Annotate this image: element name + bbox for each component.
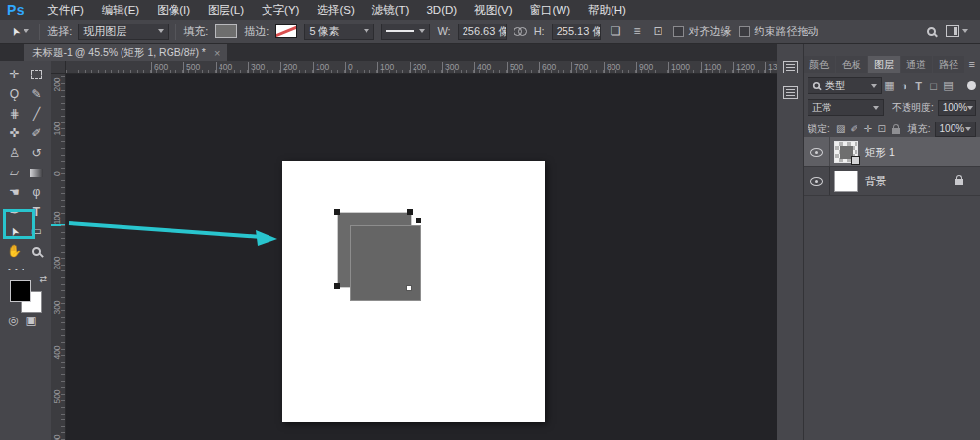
select-mode-dropdown[interactable]: 现用图层 — [78, 24, 169, 40]
lock-transparency-icon[interactable]: ▨ — [834, 123, 848, 134]
foreground-color-swatch[interactable] — [10, 280, 31, 302]
brush-tool[interactable]: ✐ — [25, 123, 48, 143]
gradient-tool[interactable] — [25, 163, 48, 182]
path-arrangement-icon[interactable]: ⊡ — [650, 24, 665, 38]
lock-position-icon[interactable]: ✛ — [861, 123, 875, 134]
tool-highlight-annotation — [3, 209, 35, 239]
vertical-ruler[interactable]: 200 100 0 100 200 300 400 500 600 — [51, 74, 66, 440]
filter-adjustment-layers-icon[interactable]: ◑ — [897, 80, 911, 92]
menu-select[interactable]: 选择(S) — [308, 0, 363, 20]
fill-opacity-input[interactable]: 100% — [935, 122, 976, 137]
layer-thumbnail[interactable] — [834, 141, 858, 163]
quick-mask-button[interactable]: ◎ — [8, 314, 18, 327]
menu-view[interactable]: 视图(V) — [466, 0, 520, 20]
ruler-origin-corner[interactable] — [51, 61, 66, 74]
eyedropper-tool[interactable]: ╱ — [25, 104, 48, 123]
properties-panel-icon[interactable] — [783, 86, 798, 99]
layer-name[interactable]: 矩形 1 — [865, 137, 895, 167]
dodge-tool[interactable]: φ — [25, 182, 48, 202]
filter-pixel-layers-icon[interactable]: ▦ — [882, 79, 897, 92]
panel-menu-icon[interactable]: ≡ — [969, 56, 975, 73]
path-operations-icon[interactable]: ❏ — [608, 24, 624, 38]
menu-window[interactable]: 窗口(W) — [520, 0, 579, 20]
ruler-label: 1000 — [668, 62, 690, 74]
lock-label: 锁定: — [808, 122, 830, 136]
document-tab[interactable]: 未标题-1 @ 45.5% (矩形 1, RGB/8#) * × — [24, 44, 227, 61]
edit-toolbar-button[interactable]: • • • — [0, 261, 51, 273]
layer-name[interactable]: 背景 — [865, 167, 886, 196]
layer-row-background[interactable]: 背景 — [804, 167, 980, 196]
eraser-tool[interactable]: ▱ — [3, 163, 25, 182]
filter-type-layers-icon[interactable]: T — [911, 80, 926, 92]
menu-layer[interactable]: 图层(L) — [199, 0, 253, 20]
spot-healing-brush-tool[interactable]: ✜ — [3, 123, 25, 143]
menu-filter[interactable]: 滤镜(T) — [364, 0, 418, 20]
lock-pixels-icon[interactable]: ✐ — [848, 123, 861, 134]
layer-visibility-icon[interactable] — [810, 148, 823, 157]
lasso-tool[interactable]: Ǫ — [3, 84, 25, 104]
height-label: H: — [534, 25, 545, 37]
tab-layers[interactable]: 图层 — [868, 56, 900, 73]
menu-type[interactable]: 文字(Y) — [253, 0, 308, 20]
menu-help[interactable]: 帮助(H) — [579, 0, 635, 20]
filter-shape-layers-icon[interactable]: □ — [926, 80, 941, 92]
workspace-switcher[interactable] — [946, 25, 968, 37]
ruler-label: 400 — [474, 62, 491, 74]
menu-3d[interactable]: 3D(D) — [417, 0, 466, 20]
chevron-down-icon — [24, 29, 29, 33]
link-dimensions-icon[interactable] — [514, 26, 527, 36]
document-title: 未标题-1 @ 45.5% (矩形 1, RGB/8#) * — [32, 46, 206, 60]
tab-color[interactable]: 颜色 — [804, 56, 835, 73]
shape-layer-badge-icon — [851, 156, 860, 165]
blend-mode-row: 正常 不透明度: 100% — [808, 99, 976, 116]
hand-tool[interactable]: ✋ — [3, 241, 25, 261]
horizontal-ruler[interactable]: 600 500 400 300 200 100 0 100 200 300 40… — [66, 61, 777, 74]
lock-all-icon[interactable] — [892, 128, 900, 134]
swap-colors-icon[interactable]: ⇄ — [39, 274, 47, 284]
blend-mode-dropdown[interactable]: 正常 — [808, 99, 884, 116]
layer-visibility-icon[interactable] — [810, 177, 823, 186]
align-edges-label: 对齐边缘 — [689, 24, 732, 39]
filter-toggle-icon[interactable] — [967, 81, 976, 90]
zoom-tool[interactable] — [25, 241, 48, 261]
clone-stamp-tool[interactable]: ♙ — [3, 143, 25, 163]
menu-file[interactable]: 文件(F) — [38, 0, 93, 20]
layer-thumbnail[interactable] — [834, 171, 858, 192]
close-icon[interactable]: × — [214, 47, 220, 59]
crop-tool[interactable]: ⋕ — [3, 104, 25, 123]
history-panel-icon[interactable] — [783, 61, 798, 73]
chevron-down-icon — [871, 84, 877, 88]
stroke-color-swatch[interactable] — [275, 24, 297, 38]
align-edges-checkbox[interactable] — [673, 26, 684, 37]
filter-smart-objects-icon[interactable]: ▤ — [941, 79, 956, 92]
shape-width-input[interactable]: 256.63 像素 — [458, 24, 507, 40]
history-brush-tool[interactable]: ↺ — [25, 143, 48, 163]
screen-mode-button[interactable]: ▣ — [25, 314, 36, 327]
tab-paths[interactable]: 路径 — [933, 56, 964, 73]
tab-swatches[interactable]: 色板 — [836, 56, 867, 73]
stroke-width-dropdown[interactable]: 5 像素 — [304, 24, 374, 40]
menu-image[interactable]: 图像(I) — [148, 0, 199, 20]
ruler-position-indicator — [51, 224, 66, 226]
constrain-drag-checkbox[interactable] — [739, 26, 750, 37]
menu-edit[interactable]: 编辑(E) — [93, 0, 148, 20]
shape-height-value: 255.13 像素 — [557, 24, 601, 39]
layer-row-rectangle-1[interactable]: 矩形 1 — [804, 137, 980, 167]
fill-color-swatch[interactable] — [215, 24, 237, 38]
current-tool-button[interactable]: ➤ — [8, 25, 32, 38]
move-tool[interactable]: ✛ — [3, 65, 25, 84]
canvas-viewport[interactable] — [66, 74, 777, 440]
smudge-tool[interactable]: ☚ — [3, 182, 25, 202]
rectangular-marquee-tool[interactable] — [25, 65, 48, 84]
divider — [39, 24, 40, 40]
shape-height-input[interactable]: 255.13 像素 — [552, 24, 601, 40]
tab-channels[interactable]: 通道 — [901, 56, 932, 73]
ruler-label: 300 — [51, 293, 64, 322]
search-icon[interactable] — [927, 27, 936, 36]
path-alignment-icon[interactable]: ≡ — [630, 24, 643, 38]
filter-type-dropdown[interactable]: 类型 — [808, 77, 882, 94]
opacity-input[interactable]: 100% — [938, 100, 976, 116]
stroke-style-dropdown[interactable] — [381, 24, 430, 40]
lock-artboard-icon[interactable]: ⊡ — [875, 123, 889, 134]
quick-selection-tool[interactable]: ✎ — [25, 84, 48, 104]
